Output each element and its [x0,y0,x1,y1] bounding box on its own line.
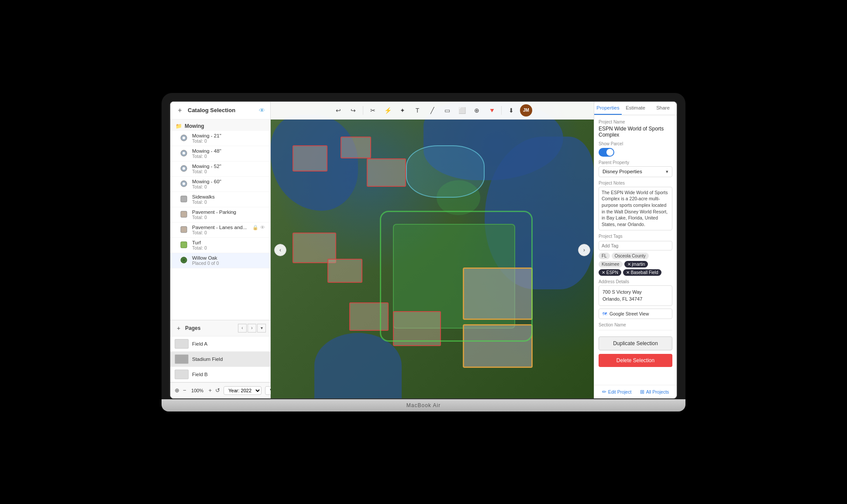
svg-point-5 [182,167,185,170]
catalog-item[interactable]: Turf Total: 0 [170,238,270,253]
address-box: 700 S Victory Way Orlando, FL 34747 [599,285,672,306]
download-button[interactable]: ⬇ [505,104,517,117]
mowing-52-icon [179,164,189,173]
zoom-out-button[interactable]: − [183,385,186,396]
green-boundary [380,211,533,342]
item-count: Placed 0 of 0 [192,261,265,266]
point-tool-button[interactable]: ⊕ [471,104,483,117]
drop-tool-button[interactable]: 🔻 [485,104,498,117]
add-catalog-button[interactable]: + [176,106,184,115]
edit-icon: ✏ [602,389,606,395]
catalog-item[interactable]: Mowing - 52" Total: 0 [170,161,270,177]
year-select[interactable]: Year: 2022 Year: 2021 [224,386,262,395]
page-item-field-a[interactable]: Field A [170,336,270,352]
line-tool-button[interactable]: ╱ [426,104,438,117]
map-nav-left-button[interactable]: ‹ [274,244,286,256]
delete-selection-button[interactable]: Delete Selection [599,354,672,367]
tag-baseball-field[interactable]: ✕ Baseball Field [623,269,661,276]
street-view-label: Google Street View [609,311,649,316]
right-panel-tabs: Properties Estimate Share [594,102,677,115]
building-2 [341,137,371,158]
item-name: Mowing - 48" [192,148,265,154]
catalog-item[interactable]: Mowing - 48" Total: 0 [170,146,270,161]
pages-dropdown-button[interactable]: ▾ [257,324,266,333]
area-tool-button[interactable]: ⬜ [456,104,468,117]
toolbar-separator-2 [501,106,502,115]
item-name: Mowing - 60" [192,179,265,184]
all-projects-link[interactable]: ⊞ All Projects [640,389,669,395]
catalog-item-willow-oak[interactable]: Willow Oak Placed 0 of 0 [170,253,270,268]
tag-jmartin[interactable]: ✕ jmartin [624,261,648,267]
locate-button[interactable]: ⊕ [175,385,179,396]
category-mowing: 📁 Mowing [170,120,270,131]
parent-property-dropdown[interactable]: Disney Properties ▾ [599,166,672,177]
item-count: Total: 0 [192,169,265,174]
catalog-item[interactable]: Pavement - Lanes and... Total: 0 🔒 👁 [170,223,270,238]
catalog-item[interactable]: Mowing - 60" Total: 0 [170,177,270,192]
tab-properties[interactable]: Properties [594,102,622,115]
item-name: Mowing - 52" [192,164,265,169]
map-nav-right-button[interactable]: › [578,244,590,256]
item-name: Willow Oak [192,255,265,261]
visibility-icon[interactable]: 👁 [259,107,265,114]
item-name: Turf [192,240,265,245]
item-count: Total: 0 [192,154,265,159]
tag-espn[interactable]: ✕ ESPN [599,269,621,276]
rect-tool-button[interactable]: ▭ [441,104,453,117]
folder-icon: 📁 [176,123,182,129]
tag-osceola[interactable]: Osceola County [612,253,649,259]
address-line-2: Orlando, FL 34747 [603,295,668,303]
tab-estimate[interactable]: Estimate [622,102,649,115]
building-5 [327,259,362,283]
page-item-stadium-field[interactable]: Stadium Field [170,352,270,367]
catalog-item[interactable]: Sidewalks Total: 0 [170,192,270,207]
select-tool-button[interactable]: ✂ [367,104,379,117]
refresh-button[interactable]: ↺ [215,385,220,396]
zoom-in-button[interactable]: + [209,385,212,396]
pavement-lanes-icon [179,225,189,234]
catalog-item[interactable]: Pavement - Parking Total: 0 [170,207,270,223]
item-count: Total: 0 [192,230,252,235]
properties-content: Project Name ESPN Wide World of Sports C… [594,115,677,385]
building-3 [367,158,406,187]
edit-tool-button[interactable]: ✦ [396,104,409,117]
project-name-label: Project Name [599,120,672,124]
street-view-button[interactable]: 🗺 Google Street View [599,309,672,319]
user-avatar[interactable]: JM [520,104,532,117]
draw-tool-button[interactable]: ⚡ [382,104,394,117]
mowing-21-icon [179,133,189,143]
undo-button[interactable]: ↩ [332,104,344,117]
pages-prev-button[interactable]: ‹ [238,324,247,333]
page-thumbnail [175,354,189,364]
pavement-parking-icon [179,209,189,219]
chevron-down-icon: ▾ [666,169,668,175]
tag-fl[interactable]: FL [599,253,610,259]
tab-share[interactable]: Share [649,102,677,115]
maps-icon: 🗺 [603,311,607,316]
tag-kissimee[interactable]: Kissimee [599,261,623,267]
page-thumbnail [175,370,189,379]
eye-off-icon[interactable]: 👁 [260,225,265,230]
pages-next-button[interactable]: › [248,324,256,333]
page-item-field-b[interactable]: Field B [170,367,270,382]
lock-icon[interactable]: 🔒 [252,225,258,230]
show-parcel-toggle[interactable] [599,148,614,157]
pages-header: + Pages ‹ › ▾ [170,320,270,336]
text-tool-button[interactable]: T [411,104,424,117]
add-page-button[interactable]: + [175,324,182,332]
svg-point-3 [182,152,185,154]
duplicate-selection-button[interactable]: Duplicate Selection [599,336,672,350]
catalog-item[interactable]: Mowing - 21" Total: 0 [170,131,270,146]
edit-project-link[interactable]: ✏ Edit Project [602,389,632,395]
item-name: Pavement - Lanes and... [192,225,252,230]
show-parcel-label: Show Parcel [599,141,672,146]
project-tags-label: Project Tags [599,234,672,239]
zoom-percent: 100% [190,388,205,393]
map-area[interactable]: ↩ ↪ ✂ ⚡ ✦ T ╱ ▭ ⬜ ⊕ 🔻 ⬇ JM ‹ [271,102,594,398]
divider [599,330,672,330]
add-tag-input[interactable] [599,241,672,250]
turf-icon [179,240,189,250]
redo-button[interactable]: ↪ [347,104,359,117]
address-line-1: 700 S Victory Way [603,288,668,296]
map-toolbar: ↩ ↪ ✂ ⚡ ✦ T ╱ ▭ ⬜ ⊕ 🔻 ⬇ JM [271,102,594,120]
